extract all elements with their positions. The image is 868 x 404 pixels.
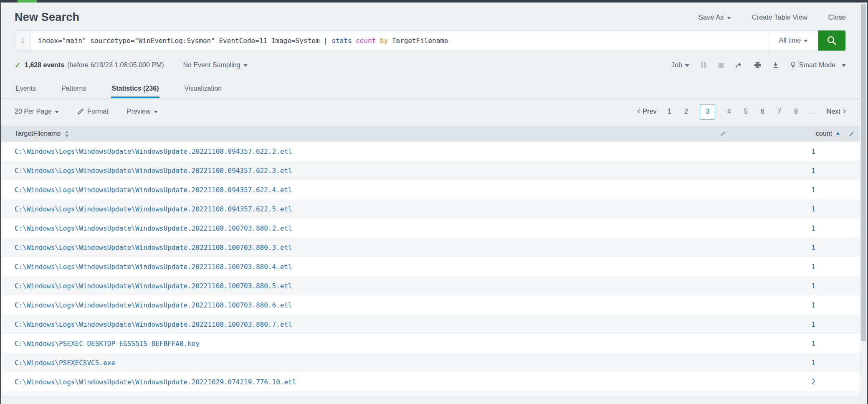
page-number[interactable]: 8: [793, 108, 799, 115]
target-filename-link[interactable]: C:\Windows\Logs\WindowsUpdate\WindowsUpd…: [1, 282, 764, 290]
page-header: New Search Save As Create Table View Clo…: [15, 11, 846, 24]
target-filename-link[interactable]: C:\Windows\Logs\WindowsUpdate\WindowsUpd…: [1, 320, 764, 328]
target-filename-link[interactable]: C:\Windows\Logs\WindowsUpdate\WindowsUpd…: [1, 244, 764, 252]
search-query-input[interactable]: index="main" sourcetype="WinEventLog:Sys…: [31, 30, 769, 51]
table-row: C:\Windows\PSEXEC-DESKTOP-EGSS5IS-8EFBFF…: [1, 334, 860, 353]
sort-icon: [65, 131, 69, 137]
page-number[interactable]: 6: [759, 108, 765, 115]
format-button[interactable]: Format: [77, 108, 109, 115]
target-filename-link[interactable]: C:\Windows\Logs\WindowsUpdate\WindowsUpd…: [1, 147, 764, 155]
count-link[interactable]: 1: [764, 224, 860, 232]
query-token: stats: [332, 37, 352, 45]
count-link[interactable]: 1: [764, 301, 860, 309]
preview-dropdown[interactable]: Preview: [127, 108, 158, 115]
result-tab[interactable]: Statistics (236): [111, 81, 160, 98]
target-filename-link[interactable]: C:\Windows\Logs\WindowsUpdate\WindowsUpd…: [1, 205, 764, 213]
table-row: C:\Windows\Logs\WindowsUpdate\WindowsUpd…: [1, 142, 860, 161]
target-filename-link[interactable]: C:\Windows\Logs\WindowsUpdate\WindowsUpd…: [1, 301, 764, 309]
export-button[interactable]: [772, 62, 779, 69]
pencil-icon[interactable]: [720, 131, 726, 137]
count-link[interactable]: 1: [764, 205, 860, 213]
target-filename-link[interactable]: C:\Windows\Logs\WindowsUpdate\WindowsUpd…: [1, 167, 764, 175]
table-row: C:\Windows\Logs\WindowsUpdate\WindowsUpd…: [1, 161, 860, 180]
job-menu-button[interactable]: Job: [671, 61, 689, 69]
prev-page-button[interactable]: ‹ Prev: [637, 107, 656, 116]
result-tab[interactable]: Patterns: [61, 81, 87, 98]
count-link[interactable]: 1: [764, 186, 860, 194]
download-icon: [772, 62, 779, 69]
count-link[interactable]: 2: [764, 378, 860, 386]
count-link[interactable]: 1: [764, 244, 860, 252]
vertical-scrollbar[interactable]: [860, 3, 867, 404]
page-number[interactable]: 7: [776, 108, 782, 115]
page-title: New Search: [15, 11, 79, 24]
page-number[interactable]: 5: [743, 108, 749, 115]
page-number[interactable]: 2: [683, 108, 689, 115]
target-filename-link[interactable]: C:\Windows\Logs\WindowsUpdate\WindowsUpd…: [1, 378, 764, 386]
close-button[interactable]: Close: [828, 13, 846, 21]
job-done-check-icon: ✓: [15, 61, 21, 70]
query-token: [352, 37, 356, 45]
page-number[interactable]: 1: [666, 108, 672, 115]
scrollbar-thumb[interactable]: [861, 4, 866, 341]
pause-job-button[interactable]: [701, 62, 707, 69]
event-count: 1,628 events: [25, 61, 64, 69]
caret-down-icon: [685, 64, 689, 67]
table-controls: 20 Per Page Format Preview ‹ Prev: [15, 102, 846, 121]
count-link[interactable]: 1: [764, 167, 860, 175]
run-search-button[interactable]: [818, 30, 845, 51]
save-as-button[interactable]: Save As: [698, 13, 731, 21]
next-page-button[interactable]: Next ›: [827, 107, 846, 116]
stop-job-button[interactable]: [718, 62, 724, 68]
event-sampling-dropdown[interactable]: No Event Sampling: [183, 61, 248, 69]
search-page: New Search Save As Create Table View Clo…: [1, 3, 860, 404]
pause-icon: [701, 62, 707, 69]
table-row: C:\Windows\Logs\WindowsUpdate\WindowsUpd…: [1, 295, 860, 315]
result-tabs: Events Patterns Statistics (236) Visuali…: [1, 81, 860, 99]
result-tab[interactable]: Visualization: [183, 81, 223, 98]
time-range-picker[interactable]: All time: [769, 30, 818, 51]
target-filename-link[interactable]: C:\Windows\PSEXECSVCS.exe: [1, 359, 764, 367]
table-row: C:\Windows\Logs\WindowsUpdate\WindowsUpd…: [1, 257, 860, 276]
table-row: C:\Windows\Logs\WindowsUpdate\WindowsUpd…: [1, 199, 860, 219]
create-table-view-button[interactable]: Create Table View: [752, 13, 807, 21]
caret-down-icon: [727, 17, 731, 19]
target-filename-link[interactable]: C:\Windows\PSEXEC-DESKTOP-EGSS5IS-8EFBFF…: [1, 340, 764, 348]
share-job-button[interactable]: [735, 62, 743, 69]
table-body: C:\Windows\Logs\WindowsUpdate\WindowsUpd…: [1, 142, 860, 391]
table-row: C:\Windows\PSEXECSVCS.exe 1: [1, 353, 860, 372]
count-link[interactable]: 1: [764, 147, 860, 155]
query-token: TargetFilename: [388, 37, 448, 45]
page-number[interactable]: ...: [810, 108, 816, 115]
count-link[interactable]: 1: [764, 320, 860, 328]
lightbulb-icon: [790, 61, 796, 69]
count-link[interactable]: 1: [764, 282, 860, 290]
table-row: C:\Windows\Logs\WindowsUpdate\WindowsUpd…: [1, 238, 860, 257]
table-header-row: TargetFilename count: [1, 126, 860, 142]
per-page-dropdown[interactable]: 20 Per Page: [15, 108, 59, 115]
query-token: [376, 37, 380, 45]
pencil-icon[interactable]: [848, 131, 855, 137]
caret-down-icon: [55, 111, 59, 113]
column-header-count[interactable]: count: [764, 130, 860, 137]
statistics-table: TargetFilename count: [1, 126, 860, 396]
caret-down-icon: [243, 64, 248, 67]
print-button[interactable]: [754, 62, 761, 69]
chevron-right-icon: ›: [843, 107, 846, 116]
count-link[interactable]: 1: [764, 359, 860, 367]
target-filename-link[interactable]: C:\Windows\Logs\WindowsUpdate\WindowsUpd…: [1, 263, 764, 271]
result-tab[interactable]: Events: [15, 81, 37, 98]
search-icon: [826, 35, 837, 46]
column-header-targetfilename[interactable]: TargetFilename: [1, 130, 764, 137]
target-filename-link[interactable]: C:\Windows\Logs\WindowsUpdate\WindowsUpd…: [1, 186, 764, 194]
count-link[interactable]: 1: [764, 263, 860, 271]
search-mode-dropdown[interactable]: Smart Mode: [790, 61, 846, 69]
pencil-icon: [77, 108, 84, 115]
page-number[interactable]: 3: [700, 104, 715, 119]
caret-down-icon: [154, 111, 158, 113]
print-icon: [754, 62, 761, 69]
page-number[interactable]: 4: [726, 108, 732, 115]
count-link[interactable]: 1: [764, 340, 860, 348]
pagination: ‹ Prev 1 2 3 4 5 6 7: [637, 104, 846, 119]
target-filename-link[interactable]: C:\Windows\Logs\WindowsUpdate\WindowsUpd…: [1, 224, 764, 232]
